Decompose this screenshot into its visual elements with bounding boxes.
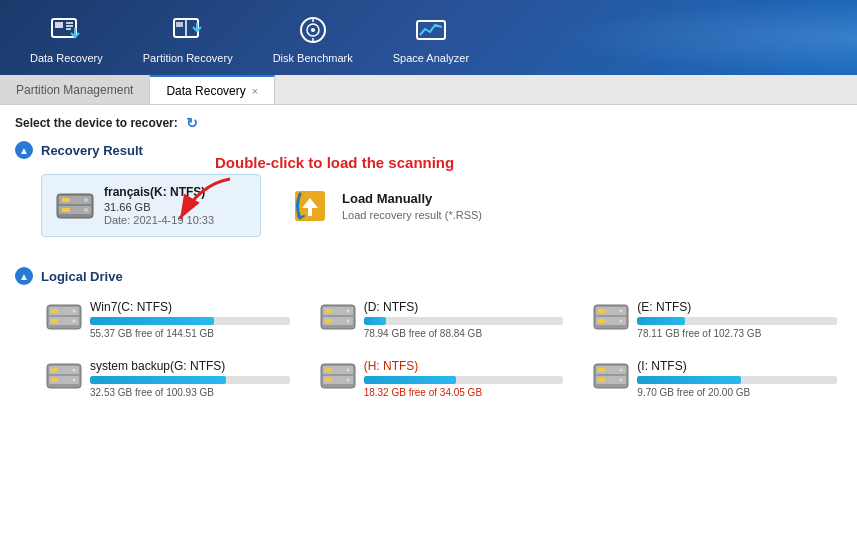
tab-close-icon[interactable]: ×: [252, 85, 258, 97]
drive-info-c: Win7(C: NTFS) 55.37 GB free of 144.51 GB: [90, 300, 290, 339]
svg-point-66: [620, 379, 623, 382]
svg-rect-1: [55, 22, 63, 28]
svg-point-65: [620, 369, 623, 372]
drive-name-g: system backup(G: NTFS): [90, 359, 290, 373]
drive-free-h: 18.32 GB free of 34.05 GB: [364, 387, 564, 398]
drive-info-e: (E: NTFS) 78.11 GB free of 102.73 GB: [637, 300, 837, 339]
drive-item-e[interactable]: (E: NTFS) 78.11 GB free of 102.73 GB: [588, 295, 842, 344]
svg-point-51: [73, 369, 76, 372]
svg-point-22: [84, 198, 88, 202]
load-manually-info: Load Manually Load recovery result (*.RS…: [342, 191, 482, 221]
progress-bar-fill-h: [364, 376, 456, 384]
svg-rect-36: [325, 319, 332, 323]
drive-free-g: 32.53 GB free of 100.93 GB: [90, 387, 290, 398]
recovery-result-arrow-icon: ▲: [15, 141, 33, 159]
nav-partition-recovery-label: Partition Recovery: [143, 52, 233, 64]
annotation-label: Double-click to load the scanning: [215, 154, 454, 171]
load-manually-card[interactable]: Load Manually Load recovery result (*.RS…: [276, 174, 496, 237]
progress-bar-wrap-g: [90, 376, 290, 384]
progress-bar-fill-g: [90, 376, 226, 384]
svg-rect-57: [325, 378, 332, 382]
progress-bar-wrap-e: [637, 317, 837, 325]
recovery-result-label: Recovery Result: [41, 143, 143, 158]
disk-benchmark-icon: [295, 12, 331, 48]
progress-bar-fill-e: [637, 317, 685, 325]
progress-bar-wrap-d: [364, 317, 564, 325]
drive-item-i[interactable]: (I: NTFS) 9.70 GB free of 20.00 GB: [588, 354, 842, 403]
drive-item-g[interactable]: system backup(G: NTFS) 32.53 GB free of …: [41, 354, 295, 403]
drive-hdd-icon: [56, 190, 94, 222]
svg-point-52: [73, 379, 76, 382]
data-recovery-icon: [48, 12, 84, 48]
drive-name-i: (I: NTFS): [637, 359, 837, 373]
refresh-icon[interactable]: ↻: [186, 115, 198, 131]
tab-data-recovery[interactable]: Data Recovery ×: [150, 75, 275, 104]
hdd-icon-i: [593, 361, 629, 391]
drive-info-h: (H: NTFS) 18.32 GB free of 34.05 GB: [364, 359, 564, 398]
svg-rect-42: [598, 309, 605, 313]
drive-free-c: 55.37 GB free of 144.51 GB: [90, 328, 290, 339]
drive-free-d: 78.94 GB free of 88.84 GB: [364, 328, 564, 339]
svg-point-44: [620, 310, 623, 313]
drive-info-d: (D: NTFS) 78.94 GB free of 88.84 GB: [364, 300, 564, 339]
logical-drive-arrow-icon: ▲: [15, 267, 33, 285]
drive-name-d: (D: NTFS): [364, 300, 564, 314]
svg-rect-8: [176, 22, 183, 27]
svg-rect-63: [598, 368, 605, 372]
svg-point-58: [346, 369, 349, 372]
progress-bar-wrap-h: [364, 376, 564, 384]
nav-data-recovery[interactable]: Data Recovery: [10, 4, 123, 72]
tab-partition-management-label: Partition Management: [16, 83, 133, 97]
drive-item-c[interactable]: Win7(C: NTFS) 55.37 GB free of 144.51 GB: [41, 295, 295, 344]
svg-point-30: [73, 310, 76, 313]
nav-partition-recovery[interactable]: Partition Recovery: [123, 4, 253, 72]
progress-bar-fill-i: [637, 376, 741, 384]
svg-point-38: [346, 320, 349, 323]
svg-rect-56: [325, 368, 332, 372]
space-analyzer-icon: [413, 12, 449, 48]
nav-data-recovery-label: Data Recovery: [30, 52, 103, 64]
nav-disk-benchmark[interactable]: Disk Benchmark: [253, 4, 373, 72]
hdd-icon-e: [593, 302, 629, 332]
tab-data-recovery-label: Data Recovery: [166, 84, 245, 98]
progress-bar-wrap-i: [637, 376, 837, 384]
svg-point-23: [84, 208, 88, 212]
svg-rect-49: [51, 368, 58, 372]
nav-space-analyzer[interactable]: Space Analyzer: [373, 4, 489, 72]
drive-name-h: (H: NTFS): [364, 359, 564, 373]
svg-point-12: [311, 28, 315, 32]
load-manually-icon: [290, 186, 330, 226]
tab-bar: Partition Management Data Recovery ×: [0, 75, 857, 105]
logical-drive-header[interactable]: ▲ Logical Drive: [15, 267, 842, 285]
recovery-items: Double-click to load the scanning: [15, 169, 842, 247]
load-manually-subtitle: Load recovery result (*.RSS): [342, 209, 482, 221]
nav-disk-benchmark-label: Disk Benchmark: [273, 52, 353, 64]
logical-drive-label: Logical Drive: [41, 269, 123, 284]
drive-info-g: system backup(G: NTFS) 32.53 GB free of …: [90, 359, 290, 398]
nav-space-analyzer-label: Space Analyzer: [393, 52, 469, 64]
hdd-icon-g: [46, 361, 82, 391]
drive-item-d[interactable]: (D: NTFS) 78.94 GB free of 88.84 GB: [315, 295, 569, 344]
drive-info-i: (I: NTFS) 9.70 GB free of 20.00 GB: [637, 359, 837, 398]
logical-drive-section: ▲ Logical Drive Win7(C: NTFS): [15, 267, 842, 403]
drive-name-c: Win7(C: NTFS): [90, 300, 290, 314]
tab-partition-management[interactable]: Partition Management: [0, 75, 150, 104]
progress-bar-wrap-c: [90, 317, 290, 325]
svg-rect-28: [51, 309, 58, 313]
svg-point-45: [620, 320, 623, 323]
drive-free-e: 78.11 GB free of 102.73 GB: [637, 328, 837, 339]
svg-rect-29: [51, 319, 58, 323]
load-manually-title: Load Manually: [342, 191, 482, 206]
svg-rect-50: [51, 378, 58, 382]
hdd-icon-h: [320, 361, 356, 391]
svg-point-37: [346, 310, 349, 313]
progress-bar-fill-d: [364, 317, 386, 325]
partition-recovery-icon: [170, 12, 206, 48]
svg-rect-35: [325, 309, 332, 313]
drive-grid: Win7(C: NTFS) 55.37 GB free of 144.51 GB: [15, 295, 842, 403]
svg-rect-20: [62, 198, 70, 202]
select-device-label: Select the device to recover:: [15, 116, 178, 130]
drive-name-e: (E: NTFS): [637, 300, 837, 314]
drive-item-h[interactable]: (H: NTFS) 18.32 GB free of 34.05 GB: [315, 354, 569, 403]
svg-rect-43: [598, 319, 605, 323]
